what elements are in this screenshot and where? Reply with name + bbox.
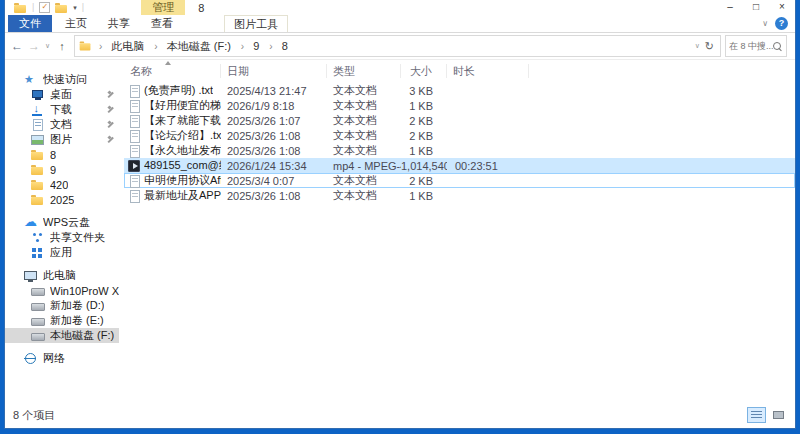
tab-picture-tools[interactable]: 图片工具 — [224, 15, 288, 32]
file-name: 最新地址及APP请... — [144, 188, 221, 203]
sidebar-item[interactable]: 网络 — [5, 351, 119, 366]
column-header[interactable]: 日期 — [221, 64, 327, 78]
sidebar-item[interactable]: 9 — [5, 162, 119, 177]
file-name-cell: 489155_com@给... — [124, 158, 221, 173]
sidebar-item-label: 8 — [50, 149, 56, 161]
file-name: 申明使用协议Affir... — [144, 173, 221, 188]
file-type: 文本文档 — [327, 188, 401, 203]
breadcrumb-item[interactable]: 本地磁盘 (F:) — [149, 39, 236, 54]
search-icon — [773, 42, 781, 50]
sidebar-item-icon — [31, 134, 44, 146]
window-folder-icon — [14, 2, 27, 14]
qat-separator: | — [32, 0, 34, 15]
sidebar-item-label: 此电脑 — [43, 268, 76, 283]
minimize-button[interactable]: – — [717, 0, 743, 15]
file-row[interactable]: (免责声明) .txt 2025/4/13 21:47 文本文档 3 KB — [124, 83, 795, 98]
sidebar-item-icon — [24, 74, 37, 86]
sidebar-item-icon — [31, 315, 44, 327]
sidebar-item[interactable]: 新加卷 (D:) — [5, 298, 119, 313]
breadcrumb-item[interactable]: 此电脑 — [94, 39, 149, 54]
sidebar-item[interactable]: Win10ProW X64 (C:) — [5, 283, 119, 298]
column-header[interactable]: 大小 — [401, 64, 447, 78]
file-row[interactable]: 【好用便宜的梯子... 2026/1/9 8:18 文本文档 1 KB — [124, 98, 795, 113]
sidebar-item-label: 2025 — [50, 194, 74, 206]
sidebar-item[interactable]: 下载 — [5, 102, 119, 117]
file-row[interactable]: 489155_com@给... 2026/1/24 15:34 mp4 - MP… — [124, 158, 795, 173]
close-button[interactable]: × — [769, 0, 795, 15]
contextual-group-manage[interactable]: 管理 — [141, 0, 185, 15]
recent-locations-dropdown-icon[interactable]: ∨ — [42, 42, 53, 50]
sidebar-item[interactable]: 新加卷 (E:) — [5, 313, 119, 328]
tab-file[interactable]: 文件 — [8, 15, 52, 32]
pin-icon — [106, 90, 115, 99]
sidebar-item-label: 下载 — [50, 102, 72, 117]
file-icon — [128, 100, 140, 112]
search-input[interactable] — [726, 41, 773, 51]
file-row[interactable]: 申明使用协议Affir... 2025/3/4 0:07 文本文档 2 KB — [124, 173, 795, 188]
file-type: mp4 - MPEG-4 ... — [327, 160, 401, 172]
forward-button[interactable]: → — [26, 39, 42, 53]
sidebar-item-label: 本地磁盘 (F:) — [50, 328, 114, 343]
sidebar-item[interactable]: WPS云盘 — [5, 215, 119, 230]
sidebar-item-icon — [31, 330, 44, 342]
column-header[interactable]: 时长 — [447, 64, 529, 78]
file-name: 【来了就能下载和... — [144, 113, 221, 128]
status-bar: 8 个项目 — [5, 402, 795, 428]
sidebar-item[interactable]: 桌面 — [5, 87, 119, 102]
sidebar-item-icon — [31, 164, 44, 176]
sidebar-item[interactable]: 图片 — [5, 132, 119, 147]
pin-icon — [106, 135, 115, 144]
sidebar-item-label: 共享文件夹 — [50, 230, 105, 245]
file-name-cell: (免责声明) .txt — [124, 83, 221, 98]
file-row[interactable]: 【永久地址发布页... 2025/3/26 1:08 文本文档 1 KB — [124, 143, 795, 158]
back-button[interactable]: ← — [8, 39, 26, 53]
file-row[interactable]: 【来了就能下载和... 2025/3/26 1:07 文本文档 2 KB — [124, 113, 795, 128]
file-date: 2025/3/26 1:08 — [221, 190, 327, 202]
up-button[interactable]: ↑ — [53, 40, 71, 52]
sidebar-item-icon — [31, 179, 44, 191]
refresh-icon[interactable]: ↻ — [705, 40, 714, 53]
pin-icon — [106, 120, 115, 129]
file-name: 【好用便宜的梯子... — [144, 98, 221, 113]
tab-home[interactable]: 主页 — [57, 15, 95, 32]
explorer-window: | ✓ ▾ | 管理 8 – □ × 文件 主页 共享 查看 图片工具 ∨ ? — [5, 0, 795, 428]
breadcrumb[interactable]: 此电脑 本地磁盘 (F:) 9 8 ∨ ↻ — [74, 35, 721, 57]
file-row[interactable]: 【论坛介绍】.txt 2025/3/26 1:08 文本文档 2 KB — [124, 128, 795, 143]
sidebar-item[interactable]: 文档 — [5, 117, 119, 132]
file-row[interactable]: 最新地址及APP请... 2025/3/26 1:08 文本文档 1 KB — [124, 188, 795, 203]
sidebar-item[interactable]: 应用 — [5, 245, 119, 260]
sidebar-item[interactable]: 共享文件夹 — [5, 230, 119, 245]
file-type: 文本文档 — [327, 173, 401, 188]
thumbnails-view-button[interactable] — [769, 407, 788, 423]
search-box[interactable] — [725, 35, 787, 57]
sidebar-item[interactable]: 快速访问 — [5, 72, 119, 87]
tab-share[interactable]: 共享 — [100, 15, 138, 32]
sidebar-item[interactable]: 本地磁盘 (F:) — [5, 328, 119, 343]
sidebar-item[interactable]: 8 — [5, 147, 119, 162]
new-folder-icon[interactable] — [55, 2, 68, 14]
address-dropdown-icon[interactable]: ∨ — [695, 42, 700, 50]
desktop: | ✓ ▾ | 管理 8 – □ × 文件 主页 共享 查看 图片工具 ∨ ? — [0, 0, 800, 434]
properties-check-icon[interactable]: ✓ — [39, 2, 50, 13]
details-view-button[interactable] — [747, 407, 766, 423]
qat-dropdown-icon[interactable]: ▾ — [73, 0, 77, 15]
file-size: 2 KB — [401, 115, 447, 127]
sort-ascending-icon — [165, 61, 171, 65]
file-type: 文本文档 — [327, 113, 401, 128]
column-header[interactable]: 名称 — [124, 64, 221, 78]
file-list-pane: 名称 日期 类型 大小 时长 — [119, 60, 795, 402]
sidebar-item[interactable]: 2025 — [5, 192, 119, 207]
maximize-button[interactable]: □ — [743, 0, 769, 15]
breadcrumb-item[interactable]: 9 — [236, 40, 264, 52]
sidebar-item[interactable]: 420 — [5, 177, 119, 192]
column-header[interactable]: 类型 — [327, 64, 401, 78]
file-name-cell: 【论坛介绍】.txt — [124, 128, 221, 143]
file-date: 2026/1/9 8:18 — [221, 100, 327, 112]
sidebar-item[interactable]: 此电脑 — [5, 268, 119, 283]
ribbon-tabs: 文件 主页 共享 查看 图片工具 ∨ ? — [5, 15, 795, 33]
tab-view[interactable]: 查看 — [143, 15, 181, 32]
breadcrumb-item[interactable]: 8 — [264, 40, 292, 52]
file-name-cell: 【好用便宜的梯子... — [124, 98, 221, 113]
collapse-ribbon-icon[interactable]: ∨ — [762, 19, 768, 28]
help-icon[interactable]: ? — [775, 17, 788, 30]
